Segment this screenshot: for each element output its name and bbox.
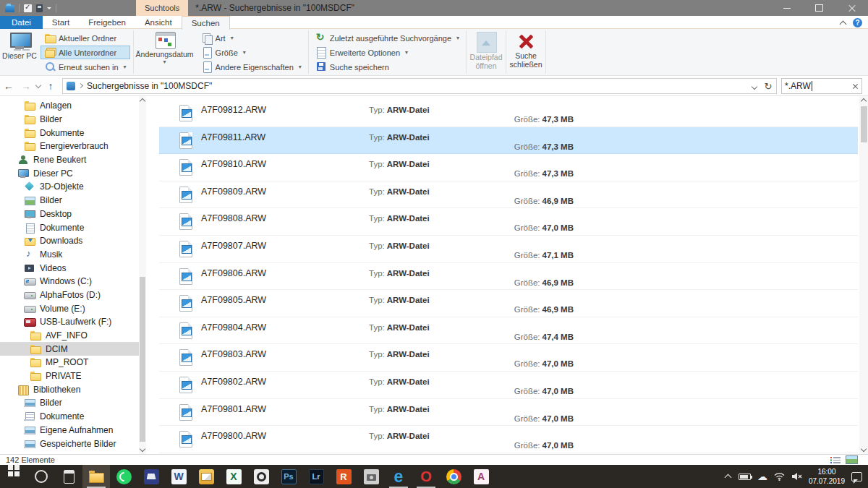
breadcrumb-chevron-icon[interactable]: [78, 83, 84, 89]
battery-icon[interactable]: [739, 474, 751, 480]
sidebar-item-dcim[interactable]: DCIM: [0, 342, 139, 356]
sidebar-scrollbar[interactable]: [139, 96, 146, 454]
dateipfad-oeffnen-button[interactable]: Dateipfad öffnen: [467, 30, 505, 72]
help-icon[interactable]: ?: [853, 18, 862, 27]
chrome-taskbar-button[interactable]: [440, 465, 467, 488]
tab-ansicht[interactable]: Ansicht: [135, 16, 182, 29]
sidebar-item-private[interactable]: PRIVATE: [0, 369, 139, 383]
forward-button[interactable]: [17, 80, 35, 92]
collapse-ribbon-icon[interactable]: [840, 20, 846, 25]
address-dropdown-icon[interactable]: [749, 80, 760, 93]
art-button[interactable]: Art: [197, 31, 305, 45]
dieser-pc-button[interactable]: Dieser PC: [1, 30, 38, 61]
file-row[interactable]: A7F09809.ARW Typ:ARW-Datei Größe:46,9 MB: [159, 181, 858, 209]
sidebar-item-dokumente[interactable]: Dokumente: [0, 126, 139, 140]
sidebar-item-bilder[interactable]: Bilder: [0, 396, 139, 410]
scroll-up-icon[interactable]: [140, 98, 145, 104]
scroll-down-icon[interactable]: [140, 446, 145, 452]
tab-start[interactable]: Start: [43, 16, 79, 29]
file-row[interactable]: A7F09803.ARW Typ:ARW-Datei Größe:47,0 MB: [159, 344, 858, 372]
sidebar-item-eigene-aufnahmen[interactable]: Eigene Aufnahmen: [0, 424, 139, 437]
word-taskbar-button[interactable]: W: [165, 465, 192, 488]
minimize-button[interactable]: [770, 0, 803, 16]
volume-muted-icon[interactable]: [791, 472, 802, 481]
properties-check-icon[interactable]: [24, 4, 32, 12]
sidebar-item-musik[interactable]: Musik: [0, 248, 139, 262]
erneut-suchen-button[interactable]: Erneut suchen in: [41, 60, 130, 74]
file-row[interactable]: A7F09804.ARW Typ:ARW-Datei Größe:47,4 MB: [159, 317, 858, 345]
breadcrumb[interactable]: Suchergebnisse in "100MSDCF": [87, 81, 212, 91]
opera-taskbar-button[interactable]: O: [412, 465, 440, 488]
file-row[interactable]: A7F09801.ARW Typ:ARW-Datei Größe:47,0 MB: [159, 399, 858, 427]
clear-search-icon[interactable]: [852, 83, 859, 90]
file-row[interactable]: A7F09802.ARW Typ:ARW-Datei Größe:47,0 MB: [159, 372, 858, 399]
sidebar-item-usb-laufwerk-f-[interactable]: USB-Laufwerk (F:): [0, 315, 139, 329]
sidebar-item-mp-root[interactable]: MP_ROOT: [0, 356, 139, 369]
tab-freigeben[interactable]: Freigeben: [79, 16, 135, 29]
tray-overflow-icon[interactable]: [725, 473, 732, 480]
cortana-taskbar-button[interactable]: [27, 465, 55, 488]
sidebar-item-downloads[interactable]: Downloads: [0, 234, 139, 248]
tab-suchen[interactable]: Suchen: [182, 16, 230, 30]
edge-taskbar-button[interactable]: e: [385, 465, 412, 488]
file-row[interactable]: A7F09800.ARW Typ:ARW-Datei Größe:47,0 MB: [159, 426, 858, 453]
suche-speichern-button[interactable]: Suche speichern: [312, 60, 463, 74]
file-row[interactable]: A7F09811.ARW Typ:ARW-Datei Größe:47,3 MB: [159, 127, 858, 155]
scrollbar-thumb[interactable]: [861, 106, 867, 142]
alle-unterordner-button[interactable]: Alle Unterordner: [41, 46, 130, 59]
sidebar-item-dokumente[interactable]: Dokumente: [0, 410, 139, 424]
action-center-icon[interactable]: [851, 472, 862, 481]
sidebar-item-windows-c-[interactable]: Windows (C:): [0, 275, 139, 288]
erweiterte-optionen-button[interactable]: Erweiterte Optionen: [312, 46, 463, 59]
scrollbar-thumb[interactable]: [140, 277, 145, 442]
file-row[interactable]: A7F09805.ARW Typ:ARW-Datei Größe:46,9 MB: [159, 290, 858, 317]
sidebar-item-desktop[interactable]: Desktop: [0, 207, 139, 221]
excel-taskbar-button[interactable]: X: [220, 465, 247, 488]
photoshop-taskbar-button[interactable]: Ps: [275, 465, 302, 488]
aktueller-ordner-button[interactable]: Aktueller Ordner: [41, 31, 130, 45]
sidebar-item-bibliotheken[interactable]: Bibliotheken: [0, 382, 139, 396]
andere-eigenschaften-button[interactable]: Andere Eigenschaften: [197, 60, 305, 74]
sidebar-item-volume-e-[interactable]: Volume (E:): [0, 301, 139, 315]
sidebar-item-rene-beukert[interactable]: Rene Beukert: [0, 153, 139, 167]
file-row[interactable]: A7F09806.ARW Typ:ARW-Datei Größe:46,9 MB: [159, 263, 858, 291]
search-input[interactable]: *.ARW: [781, 78, 862, 94]
address-bar[interactable]: Suchergebnisse in "100MSDCF": [62, 78, 777, 94]
lightroom-taskbar-button[interactable]: Lr: [302, 465, 330, 488]
calculator-taskbar-button[interactable]: [55, 465, 82, 488]
outlook-taskbar-button[interactable]: [192, 465, 220, 488]
up-button[interactable]: [42, 80, 59, 92]
zuletzt-suchvorgaenge-button[interactable]: Zuletzt ausgeführte Suchvorgänge: [312, 31, 463, 45]
camera-taskbar-button[interactable]: [357, 465, 385, 488]
capture-one-taskbar-button[interactable]: [247, 465, 275, 488]
sidebar-item-dieser-pc[interactable]: Dieser PC: [0, 166, 139, 180]
scan-app-taskbar-button[interactable]: [137, 465, 165, 488]
groesse-button[interactable]: Größe: [197, 46, 305, 59]
close-button[interactable]: [835, 0, 868, 16]
sidebar-item-anlagen[interactable]: Anlagen: [0, 99, 139, 113]
contextual-tab-suchtools[interactable]: Suchtools: [136, 0, 188, 16]
sidebar-item-gespeicherte-bilder[interactable]: Gespeicherte Bilder: [0, 437, 139, 450]
sidebar-item-bilder[interactable]: Bilder: [0, 113, 139, 127]
suche-schliessen-button[interactable]: Suche schließen: [507, 30, 545, 70]
sidebar-item-3d-objekte[interactable]: 3D-Objekte: [0, 180, 139, 194]
sidebar-item-alphafotos-d-[interactable]: AlphaFotos (D:): [0, 288, 139, 302]
maximize-button[interactable]: [803, 0, 835, 16]
file-row[interactable]: A7F09807.ARW Typ:ARW-Datei Größe:47,1 MB: [159, 236, 858, 263]
wifi-icon[interactable]: [774, 472, 785, 481]
sidebar-item-bilder[interactable]: Bilder: [0, 194, 139, 207]
access-taskbar-button[interactable]: A: [467, 465, 495, 488]
details-view-button[interactable]: [830, 456, 841, 464]
sidebar-item-videos[interactable]: Videos: [0, 261, 139, 275]
qat-dropdown-icon[interactable]: [47, 7, 51, 12]
tab-datei[interactable]: Datei: [0, 16, 43, 29]
sidebar-item-dokumente[interactable]: Dokumente: [0, 221, 139, 234]
scroll-down-icon[interactable]: [861, 446, 867, 452]
file-row[interactable]: A7F09810.ARW Typ:ARW-Datei Größe:47,3 MB: [159, 154, 858, 181]
recent-locations-icon[interactable]: [35, 82, 42, 90]
icons-view-button[interactable]: [846, 455, 858, 464]
sidebar-item-energieverbrauch[interactable]: Energieverbrauch: [0, 140, 139, 153]
file-row[interactable]: A7F09808.ARW Typ:ARW-Datei Größe:47,0 MB: [159, 208, 858, 236]
new-folder-icon[interactable]: [36, 4, 43, 12]
onedrive-cloud-icon[interactable]: ☁: [757, 471, 767, 482]
